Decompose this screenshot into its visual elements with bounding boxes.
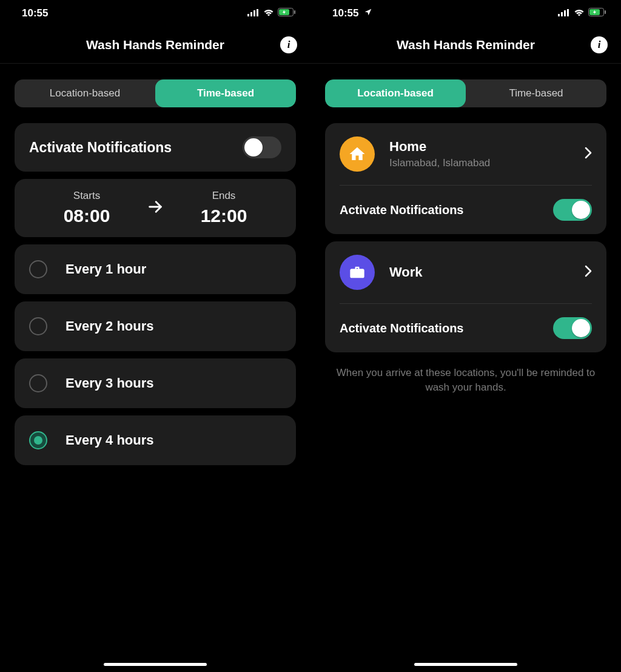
starts-label: Starts <box>73 190 100 202</box>
starts-value: 08:00 <box>64 206 110 226</box>
option-label: Every 2 hours <box>65 318 154 334</box>
status-time-group: 10:55 <box>332 7 372 19</box>
location-title: Work <box>389 264 570 280</box>
content: Location-based Time-based Home Islamabad… <box>310 64 621 395</box>
radio-icon <box>29 374 47 392</box>
content: Location-based Time-based Activate Notif… <box>0 64 310 465</box>
svg-rect-2 <box>253 10 255 16</box>
interval-option-3h[interactable]: Every 3 hours <box>15 358 296 408</box>
home-indicator[interactable] <box>104 663 207 666</box>
svg-rect-9 <box>561 12 563 16</box>
briefcase-icon <box>340 255 375 290</box>
status-bar: 10:55 <box>0 0 310 27</box>
radio-icon <box>29 431 47 449</box>
cellular-icon <box>558 7 570 19</box>
page-title: Wash Hands Reminder <box>86 38 224 52</box>
home-icon <box>340 136 375 172</box>
wifi-icon <box>263 7 274 19</box>
svg-rect-8 <box>558 14 560 16</box>
info-button[interactable]: i <box>591 36 608 53</box>
ends-label: Ends <box>212 190 236 202</box>
screen-time-based: 10:55 Wash Hands Reminder i Location-bas… <box>0 0 310 672</box>
location-title: Home <box>389 139 570 155</box>
status-icons <box>247 7 296 19</box>
ends-value: 12:00 <box>201 206 247 226</box>
activate-label: Activate Notifications <box>340 321 463 335</box>
location-text: Home Islamabad, Islamabad <box>389 139 570 169</box>
tab-location-based[interactable]: Location-based <box>325 79 466 107</box>
status-bar: 10:55 <box>310 0 621 27</box>
tab-location-based[interactable]: Location-based <box>15 79 155 107</box>
svg-rect-1 <box>250 12 252 16</box>
location-arrow-icon <box>364 7 372 19</box>
activate-label: Activate Notifications <box>340 203 463 217</box>
cellular-icon <box>247 7 260 19</box>
location-card-work: Work Activate Notifications <box>325 241 606 352</box>
battery-icon <box>588 7 606 19</box>
location-card-home: Home Islamabad, Islamabad Activate Notif… <box>325 123 606 234</box>
tab-time-based[interactable]: Time-based <box>155 79 296 107</box>
info-button[interactable]: i <box>280 36 297 53</box>
tab-segmented-control: Location-based Time-based <box>325 79 606 107</box>
nav-header: Wash Hands Reminder i <box>310 27 621 63</box>
status-time: 10:55 <box>22 7 48 19</box>
svg-rect-11 <box>567 9 569 16</box>
option-label: Every 1 hour <box>65 261 146 277</box>
location-header[interactable]: Work <box>340 255 592 290</box>
chevron-right-icon <box>585 265 592 280</box>
location-header[interactable]: Home Islamabad, Islamabad <box>340 136 592 172</box>
page-title: Wash Hands Reminder <box>397 38 535 52</box>
svg-rect-0 <box>247 14 249 16</box>
svg-rect-10 <box>564 10 566 16</box>
svg-rect-5 <box>294 10 295 14</box>
activate-notifications-row: Activate Notifications <box>15 123 296 172</box>
svg-rect-13 <box>605 10 606 14</box>
location-text: Work <box>389 264 570 280</box>
interval-option-4h[interactable]: Every 4 hours <box>15 415 296 465</box>
tab-time-based[interactable]: Time-based <box>466 79 606 107</box>
wifi-icon <box>574 7 585 19</box>
chevron-right-icon <box>585 147 592 161</box>
activate-toggle[interactable] <box>243 136 281 158</box>
option-label: Every 3 hours <box>65 375 154 391</box>
starts-column: Starts 08:00 <box>27 190 147 226</box>
screen-location-based: 10:55 Wash Hands Reminder i Location-bas… <box>310 0 621 672</box>
activate-toggle[interactable] <box>553 317 592 339</box>
radio-icon <box>29 317 47 335</box>
tab-segmented-control: Location-based Time-based <box>15 79 296 107</box>
svg-rect-3 <box>257 9 258 16</box>
time-range-card[interactable]: Starts 08:00 Ends 12:00 <box>15 179 296 237</box>
status-icons <box>558 7 606 19</box>
interval-option-1h[interactable]: Every 1 hour <box>15 244 296 294</box>
activate-row: Activate Notifications <box>340 199 592 221</box>
divider <box>340 303 592 304</box>
divider <box>340 185 592 186</box>
location-subtitle: Islamabad, Islamabad <box>389 157 570 169</box>
home-indicator[interactable] <box>414 663 517 666</box>
activate-row: Activate Notifications <box>340 317 592 339</box>
option-label: Every 4 hours <box>65 432 154 448</box>
nav-header: Wash Hands Reminder i <box>0 27 310 63</box>
ends-column: Ends 12:00 <box>164 190 284 226</box>
interval-option-2h[interactable]: Every 2 hours <box>15 301 296 351</box>
arrow-right-icon <box>147 198 164 218</box>
status-time: 10:55 <box>332 7 358 19</box>
activate-toggle[interactable] <box>553 199 592 221</box>
battery-icon <box>278 7 296 19</box>
radio-icon <box>29 260 47 278</box>
activate-label: Activate Notifications <box>29 139 172 156</box>
hint-text: When you arrive at these locations, you'… <box>325 360 606 395</box>
